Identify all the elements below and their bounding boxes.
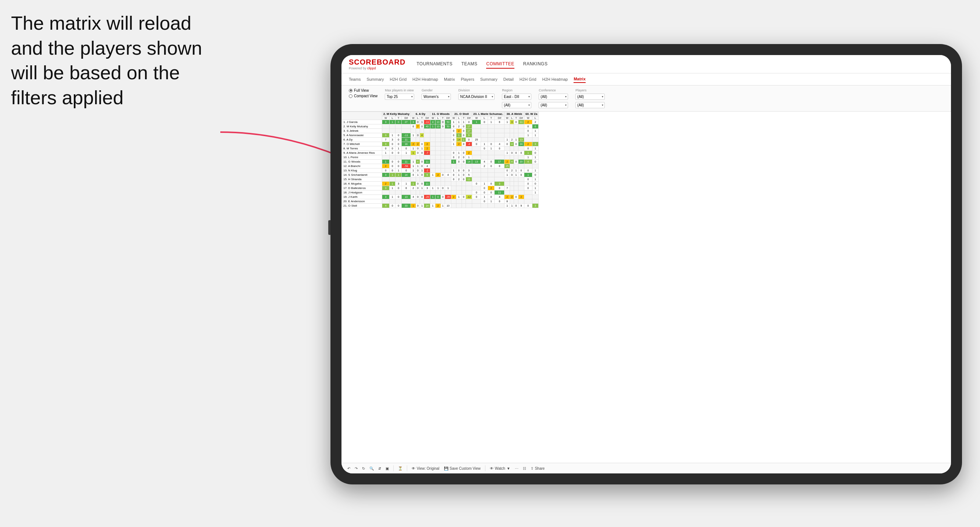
subh-l5: L (481, 116, 488, 120)
top-nav: SCOREBOARD Powered by clippd TOURNAMENTS… (342, 55, 951, 73)
table-row: 10. L Perini 0201 11 (342, 155, 539, 160)
subh-w6: W (504, 116, 510, 120)
subh-w2: W (411, 116, 416, 120)
tablet-button (328, 220, 331, 235)
subh-l2: L (416, 116, 420, 120)
fit-btn[interactable]: ⇵ (378, 467, 381, 470)
redo-btn[interactable]: ↷ (355, 467, 358, 470)
matrix-table: 2. M Kelly Mulcahy 6. A Dy 11. G Woods 2… (342, 111, 539, 208)
watch-btn[interactable]: 👁 Watch ▼ (490, 467, 511, 470)
max-players-label: Max players in view (385, 89, 414, 92)
subnav-summary[interactable]: Summary (366, 76, 384, 83)
toolbar-sep1 (393, 465, 394, 471)
matrix-area[interactable]: 2. M Kelly Mulcahy 6. A Dy 11. G Woods 2… (342, 111, 951, 463)
players-select[interactable]: (All) (575, 94, 605, 100)
table-row: 12. A Bianchi 200-58 1104 200 25 (342, 164, 539, 168)
reset-btn[interactable]: ▣ (385, 467, 389, 470)
undo-btn[interactable]: ↶ (347, 467, 350, 470)
players-sub-select[interactable]: (All) (575, 102, 605, 108)
logo-powered: Powered by clippd (349, 67, 406, 70)
subnav-h2h-grid2[interactable]: H2H Grid (520, 76, 536, 83)
conference-filter: Conference (All) (All) (539, 89, 568, 108)
logo-area: SCOREBOARD Powered by clippd (349, 58, 406, 70)
subnav-h2h-heatmap[interactable]: H2H Heatmap (412, 76, 438, 83)
subh-w1: W (382, 116, 390, 120)
player-name: 12. A Bianchi (342, 164, 382, 168)
nav-tournaments[interactable]: TOURNAMENTS (416, 60, 452, 68)
player-name: 9. A Maria Jimenez Rios (342, 151, 382, 155)
toolbar-sep3 (485, 465, 485, 471)
nav-rankings[interactable]: RANKINGS (523, 60, 548, 68)
subh-l7: L (532, 116, 539, 120)
annotation-text: The matrix will reload and the players s… (11, 11, 213, 110)
player-name: 3. S Jelinek (342, 129, 382, 133)
gender-select[interactable]: Women's Men's (422, 94, 451, 100)
tablet-frame: SCOREBOARD Powered by clippd TOURNAMENTS… (331, 44, 962, 484)
table-row: 14. S Srichantamit 31114 0105 1204 0105 … (342, 173, 539, 177)
col-header-6: 6. A Dy (411, 112, 430, 116)
conference-sub-select[interactable]: (All) (539, 102, 568, 108)
filter-bar: Full View Compact View Max players in vi… (342, 86, 951, 111)
player-name: 2. M Kelly Mulcahy (342, 124, 382, 129)
players-filter: Players (All) (All) (575, 89, 605, 108)
share-btn[interactable]: ⇧ Share (531, 467, 545, 470)
players-select-wrapper: (All) (575, 93, 605, 100)
conference-select[interactable]: (All) (539, 94, 568, 100)
refresh-btn[interactable]: ↻ (362, 467, 365, 470)
table-row: 21. O Stoll 40033 10114 12110 1109 03 (342, 204, 539, 208)
nav-committee[interactable]: COMMITTEE (486, 60, 514, 68)
subh-t2: T (420, 116, 424, 120)
subh-d1: Dif (402, 116, 411, 120)
subnav-matrix[interactable]: Matrix (444, 76, 455, 83)
table-row: 7. O Mitchell 30018 2202 120-4 0104 0402… (342, 142, 539, 146)
table-row: 15. H Stranda 02011 01 (342, 177, 539, 182)
grid-btn[interactable]: ☷ (523, 467, 526, 470)
subh-d6: Dif (518, 116, 524, 120)
compact-view-radio[interactable] (349, 94, 353, 98)
subnav-players[interactable]: Players (461, 76, 474, 83)
view-options: Full View Compact View (349, 89, 377, 98)
max-players-select[interactable]: Top 25 Top 10 Top 50 (385, 94, 414, 100)
table-row: 18. J Hodgson 00011 1 (342, 190, 539, 195)
gender-select-wrapper: Women's Men's (422, 93, 451, 100)
player-name: 11. G Woods (342, 160, 382, 164)
max-players-filter: Max players in view Top 25 Top 10 Top 50 (385, 89, 414, 100)
division-label: Division (458, 89, 495, 92)
player-name: 1. J Garcia (342, 120, 382, 124)
table-row: 8. M Torres 0010 1012 010 01 (342, 146, 539, 151)
nav-teams[interactable]: TEAMS (461, 60, 477, 68)
subh-w7: W (524, 116, 532, 120)
compact-view-option[interactable]: Compact View (349, 94, 377, 98)
more-btn[interactable]: ⋯ (515, 467, 519, 470)
subh-t4: T (461, 116, 466, 120)
table-row: 19. J Karth 31013 400-20 100-35 210-12 0… (342, 195, 539, 199)
division-select[interactable]: NCAA Division II NCAA Division I NCAA Di… (458, 94, 495, 100)
gender-label: Gender (422, 89, 451, 92)
col-header-player (342, 112, 382, 120)
col-header-21: 21. O Stoll (451, 112, 472, 116)
subnav-h2h-heatmap2[interactable]: H2H Heatmap (542, 76, 568, 83)
table-row: 17. D Ballesteros 3106 2013 1101 020 7 0… (342, 186, 539, 190)
player-name: 6. A Dy (342, 138, 382, 142)
subh-t6: T (514, 116, 518, 120)
timer-btn[interactable]: ⏳ (398, 467, 402, 470)
subnav-h2h-grid[interactable]: H2H Grid (390, 76, 406, 83)
full-view-option[interactable]: Full View (349, 89, 377, 92)
save-custom-btn[interactable]: 💾 Save Custom View (444, 467, 480, 470)
region-select[interactable]: East - DII (502, 94, 531, 100)
subnav-detail[interactable]: Detail (503, 76, 514, 83)
subnav-summary2[interactable]: Summary (480, 76, 498, 83)
full-view-radio[interactable] (349, 89, 353, 92)
region-sub-select[interactable]: (All) (502, 102, 531, 108)
table-row: 3. S Jelinek 02017 01 (342, 129, 539, 133)
player-name: 16. K Mcgaha (342, 182, 382, 186)
bottom-toolbar: ↶ ↷ ↻ 🔍 ⇵ ▣ ⏳ 👁 View: Original 💾 Save Cu… (342, 463, 951, 473)
zoom-btn[interactable]: 🔍 (369, 467, 374, 470)
player-name: 20. E Andersson (342, 199, 382, 204)
toolbar-sep2 (407, 465, 407, 471)
subh-t1: T (395, 116, 402, 120)
subh-d3: Dif (445, 116, 451, 120)
view-original-btn[interactable]: 👁 View: Original (412, 467, 439, 470)
subnav-teams[interactable]: Teams (349, 76, 361, 83)
subnav-matrix2[interactable]: Matrix (574, 76, 585, 83)
